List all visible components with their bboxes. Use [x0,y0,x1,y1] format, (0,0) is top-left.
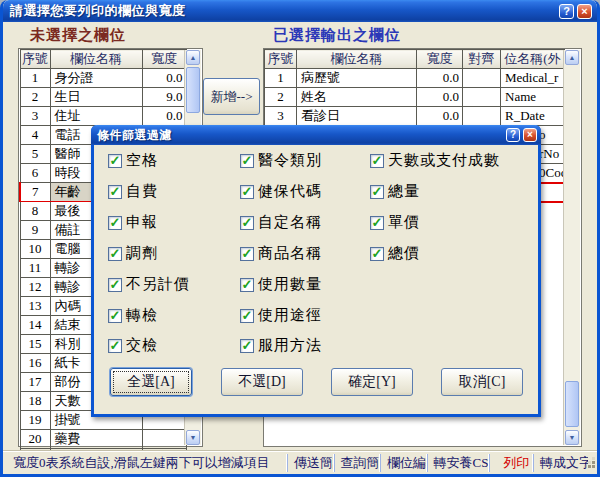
checkbox-no-extra-charge[interactable]: ✓不另計價 [108,275,190,294]
edit-fields-button[interactable]: 欄位編輯 [380,454,427,472]
row-no: 12 [20,278,50,297]
table-row[interactable]: 1身分證0.0 [20,69,186,88]
dialog-title: 條件篩選過濾 [91,127,172,144]
select-all-button[interactable]: 全選[A] [110,368,192,396]
checkbox-self-pay[interactable]: ✓自費 [108,182,158,201]
table-row[interactable]: 20藥費 [20,430,186,449]
status-bar: 寬度0表系統自設,滑鼠左鍵兩下可以增減項目 傳送簡訊 查詢簡訊 欄位編輯 轉安養… [3,451,597,474]
checked-icon: ✓ [240,216,254,230]
checkbox-transfer-exam[interactable]: ✓轉檢 [108,306,158,325]
cancel-button[interactable]: 取消[C] [441,368,523,396]
close-icon[interactable]: × [577,4,592,19]
checkbox-product-name[interactable]: ✓商品名稱 [240,244,322,263]
checkbox-cross-exam[interactable]: ✓交檢 [108,336,158,355]
checkbox-label: 轉檢 [122,306,158,325]
export-csv-button[interactable]: 轉安養CSV檔 [427,454,490,472]
col-header-name: 欄位名稱 [50,50,142,69]
checked-icon: ✓ [240,247,254,261]
table-header-row: 序號 欄位名稱 寬度 對齊 位名稱(外 [265,50,565,69]
scroll-down-icon[interactable]: ▼ [565,430,579,445]
table-row[interactable]: 3看診日0.0R_Date [265,107,565,126]
checked-icon: ✓ [240,278,254,292]
print-button[interactable]: 列印 [489,454,533,472]
field-width: 0.0 [417,107,463,126]
field-width: 0.0 [417,69,463,88]
scroll-down-icon[interactable]: ▼ [186,430,200,445]
row-no: 14 [20,316,50,335]
checked-icon: ✓ [108,339,122,353]
dialog-body: ✓空格 ✓自費 ✓申報 ✓調劑 ✓不另計價 ✓轉檢 ✓交檢 ✓醫令類別 ✓健保代… [94,145,538,414]
main-window: 請選擇您要列印的欄位與寬度 ? × 未選擇之欄位 已選擇輸出之欄位 序號 欄位名… [0,0,600,477]
field-name: 身分證 [50,69,142,88]
checked-icon: ✓ [108,216,122,230]
checked-icon: ✓ [240,185,254,199]
query-sms-button[interactable]: 查詢簡訊 [334,454,381,472]
row-no: 4 [20,126,50,145]
checkbox-label: 自費 [122,182,158,201]
checkbox-label: 總價 [384,244,420,263]
resize-grip-icon[interactable] [588,456,597,470]
right-scrollbar[interactable]: ▲ ▼ [563,50,580,445]
checkbox-usage-route[interactable]: ✓使用途徑 [240,306,322,325]
scrollbar-thumb[interactable] [565,381,579,427]
send-sms-button[interactable]: 傳送簡訊 [287,454,334,472]
checked-icon: ✓ [370,216,384,230]
row-no: 2 [265,88,297,107]
field-name: 姓名 [297,88,417,107]
col-header-enname: 位名稱(外 [501,50,565,69]
scroll-up-icon[interactable]: ▲ [186,50,200,65]
field-name: 藥費 [50,430,142,449]
checked-icon: ✓ [108,185,122,199]
main-titlebar[interactable]: 請選擇您要列印的欄位與寬度 ? × [3,0,597,22]
field-align [463,69,501,88]
help-icon[interactable]: ? [559,4,574,19]
checkbox-custom-name[interactable]: ✓自定名稱 [240,213,322,232]
checkbox-unit-price[interactable]: ✓單價 [370,213,420,232]
checkbox-label: 調劑 [122,244,158,263]
table-row[interactable]: 2生日9.0 [20,88,186,107]
scroll-up-icon[interactable]: ▲ [565,50,579,65]
filter-dialog: 條件篩選過濾 ? × ✓空格 ✓自費 ✓申報 ✓調劑 ✓不另計價 ✓轉檢 ✓交檢… [91,125,541,417]
checked-icon: ✓ [240,339,254,353]
table-row[interactable]: 3住址0.0 [20,107,186,126]
checkbox-usage-qty[interactable]: ✓使用數量 [240,275,322,294]
deselect-all-button[interactable]: 不選[D] [221,368,303,396]
field-align [463,88,501,107]
checkbox-nhi-code[interactable]: ✓健保代碼 [240,182,322,201]
checkbox-days-or-rate[interactable]: ✓天數或支付成數 [370,151,500,170]
dialog-help-icon[interactable]: ? [506,128,520,142]
checkbox-total-price[interactable]: ✓總價 [370,244,420,263]
dialog-close-icon[interactable]: × [523,128,537,142]
table-row[interactable]: 1病歷號0.0Medical_r [265,69,565,88]
field-en-name: Medical_r [501,69,565,88]
unselected-fields-title: 未選擇之欄位 [30,26,126,45]
checkbox-dispense[interactable]: ✓調劑 [108,244,158,263]
checkbox-dosage-method[interactable]: ✓服用方法 [240,336,322,355]
scrollbar-thumb[interactable] [186,67,200,113]
checkbox-label: 天數或支付成數 [384,151,500,170]
row-no: 9 [20,221,50,240]
selected-fields-title: 已選擇輸出之欄位 [273,26,401,45]
confirm-button[interactable]: 確定[Y] [331,368,413,396]
checkbox-label: 總量 [384,182,420,201]
field-width [142,430,186,449]
checkbox-label: 使用數量 [254,275,322,294]
checkbox-order-type[interactable]: ✓醫令類別 [240,151,322,170]
dialog-titlebar[interactable]: 條件篩選過濾 ? × [91,125,541,145]
field-name: 住址 [50,107,142,126]
add-field-button[interactable]: 新增--> [203,78,260,115]
checkbox-total-qty[interactable]: ✓總量 [370,182,420,201]
checkbox-label: 醫令類別 [254,151,322,170]
col-header-seq: 序號 [265,50,297,69]
checkbox-label: 使用途徑 [254,306,322,325]
checkbox-declare[interactable]: ✓申報 [108,213,158,232]
col-header-name: 欄位名稱 [297,50,417,69]
row-no: 20 [20,430,50,449]
col-header-width: 寬度 [417,50,463,69]
export-text-button[interactable]: 轉成文字檔 [533,454,588,472]
table-row[interactable]: 2姓名0.0Name [265,88,565,107]
checkbox-label: 不另計價 [122,275,190,294]
checkbox-label: 健保代碼 [254,182,322,201]
checkbox-blank[interactable]: ✓空格 [108,151,158,170]
status-message: 寬度0表系統自設,滑鼠左鍵兩下可以增減項目 [3,454,287,472]
